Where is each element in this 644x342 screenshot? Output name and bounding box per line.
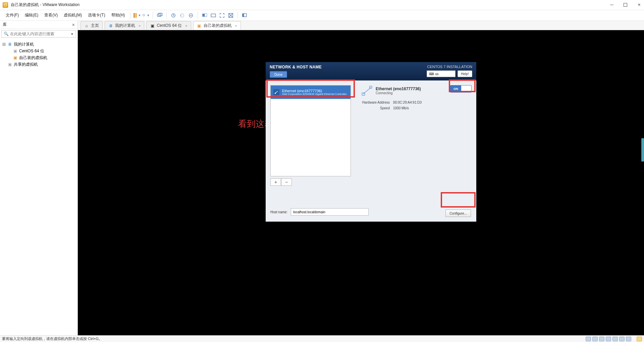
menu-edit[interactable]: 编辑(E)	[22, 11, 41, 19]
device-desc: Intel Corporation 82545EM Gigabit Ethern…	[282, 93, 347, 96]
menu-help[interactable]: 帮助(H)	[109, 11, 127, 19]
window-close-button[interactable]	[637, 3, 641, 7]
svg-rect-2	[159, 13, 162, 16]
chevron-down-icon[interactable]: ▼	[70, 32, 74, 36]
view-console-icon[interactable]	[201, 12, 208, 19]
device-tray	[586, 337, 642, 341]
speed-value: 1000 Mb/s	[393, 106, 472, 110]
send-ctrl-alt-del-icon[interactable]	[156, 12, 163, 19]
svg-rect-12	[275, 93, 276, 94]
add-device-button[interactable]: +	[270, 178, 281, 186]
toggle-on-label: ON	[450, 86, 461, 92]
library-search[interactable]: 🔍 ▼	[1, 30, 76, 38]
device-name: Ethernet (eno16777736)	[282, 89, 347, 93]
tree-my-computer[interactable]: ⊟🖥 我的计算机	[1, 41, 76, 48]
tray-hdd-icon[interactable]	[586, 337, 591, 341]
menu-vm[interactable]: 虚拟机(M)	[61, 11, 84, 19]
svg-rect-7	[205, 13, 207, 16]
tab-close-icon[interactable]: ×	[139, 24, 141, 28]
view-unity-icon[interactable]	[227, 12, 234, 19]
speed-label: Speed	[362, 106, 393, 110]
detail-status: Connecting	[376, 91, 421, 95]
remove-device-button[interactable]: −	[281, 178, 292, 186]
keyboard-layout-selector[interactable]: ⌨ us	[427, 70, 455, 77]
tree-centos[interactable]: ▣ CentOS 64 位	[1, 48, 76, 54]
ethernet-large-icon	[362, 85, 372, 96]
detail-device-name: Ethernet (eno16777736)	[376, 87, 421, 91]
tab-label: 自己装的虚拟机	[204, 23, 232, 28]
menu-bar: 文件(F) 编辑(E) 查看(V) 虚拟机(M) 选项卡(T) 帮助(H) ▼ …	[0, 10, 644, 21]
shared-icon: ▣	[7, 62, 12, 67]
tab-strip: ⌂ 主页 🖥 我的计算机 × ▣ CentOS 64 位 × ▣ 自己装的虚拟机…	[78, 21, 644, 30]
network-device-list[interactable]: Ethernet (eno16777736) Intel Corporation…	[270, 85, 351, 176]
library-search-input[interactable]	[10, 32, 69, 36]
ethernet-icon	[273, 89, 279, 95]
window-title: 自己装的虚拟机 - VMware Workstation	[11, 2, 79, 8]
tab-label: CentOS 64 位	[157, 23, 182, 28]
view-stretch-icon[interactable]	[210, 12, 217, 19]
library-tree: ⊟🖥 我的计算机 ▣ CentOS 64 位 ▣ 自己装的虚拟机 ▣ 共享的虚拟…	[0, 39, 77, 70]
svg-rect-11	[243, 13, 244, 16]
vm-console[interactable]: 看到这表示网卡配置好了 NETWORK & HOST NAME Done CEN…	[78, 30, 644, 335]
vm-icon: ▣	[150, 23, 155, 28]
tray-message-icon[interactable]	[637, 337, 642, 341]
tray-display-icon[interactable]	[626, 337, 631, 341]
power-dropdown[interactable]: ▼	[142, 12, 150, 19]
tray-usb-icon[interactable]	[606, 337, 611, 341]
help-button[interactable]: Help!	[458, 70, 472, 77]
installer-title: NETWORK & HOST NAME	[270, 65, 322, 69]
tray-sound-icon[interactable]	[612, 337, 618, 341]
tree-self-vm[interactable]: ▣ 自己装的虚拟机	[1, 54, 76, 61]
library-close-button[interactable]: ×	[72, 22, 75, 27]
tab-self-vm[interactable]: ▣ 自己装的虚拟机 ×	[193, 21, 241, 30]
search-icon: 🔍	[4, 32, 9, 36]
status-bar: 要将输入定向到该虚拟机，请在虚拟机内部单击或按 Ctrl+G。	[0, 335, 644, 342]
network-device-item[interactable]: Ethernet (eno16777736) Intel Corporation…	[271, 86, 351, 99]
keyboard-layout-label: us	[435, 72, 439, 76]
menu-view[interactable]: 查看(V)	[42, 11, 60, 19]
done-button[interactable]: Done	[270, 71, 287, 78]
vm-running-icon: ▣	[12, 55, 18, 60]
snapshot-take-icon[interactable]	[170, 12, 177, 19]
tab-close-icon[interactable]: ×	[235, 24, 237, 28]
window-minimize-button[interactable]	[609, 3, 614, 7]
hw-address-value: 00:0C:29:A4:91:D3	[393, 101, 472, 104]
network-detail-panel: Ethernet (eno16777736) Connecting ON Har…	[362, 85, 472, 217]
title-bar: 自己装的虚拟机 - VMware Workstation	[0, 0, 644, 10]
computer-icon: 🖥	[7, 42, 12, 47]
view-library-icon[interactable]	[241, 12, 248, 19]
tab-home[interactable]: ⌂ 主页	[80, 21, 103, 30]
menu-tabs[interactable]: 选项卡(T)	[86, 11, 107, 19]
installer-header: NETWORK & HOST NAME Done CENTOS 7 INSTAL…	[266, 62, 476, 80]
tab-my-computer[interactable]: 🖥 我的计算机 ×	[105, 21, 144, 30]
svg-point-0	[143, 14, 145, 16]
home-icon: ⌂	[84, 23, 89, 28]
network-toggle[interactable]: ON	[450, 85, 472, 93]
scroll-indicator[interactable]	[641, 138, 644, 162]
menu-file[interactable]: 文件(F)	[3, 11, 21, 19]
vm-running-icon: ▣	[197, 23, 202, 28]
tray-cd-icon[interactable]	[592, 337, 598, 341]
app-icon	[3, 2, 8, 8]
configure-button[interactable]: Configure...	[445, 210, 471, 217]
hostname-input[interactable]	[291, 208, 369, 216]
status-text: 要将输入定向到该虚拟机，请在虚拟机内部单击或按 Ctrl+G。	[2, 336, 102, 341]
pause-button[interactable]: ▼	[133, 12, 141, 19]
window-maximize-button[interactable]	[624, 3, 627, 7]
view-fullscreen-icon[interactable]	[218, 12, 226, 19]
installer-brand: CENTOS 7 INSTALLATION	[427, 65, 472, 69]
tray-printer-icon[interactable]	[619, 337, 625, 341]
library-heading: 库	[3, 22, 7, 27]
tree-shared[interactable]: ▣ 共享的虚拟机	[1, 61, 76, 68]
snapshot-manager-icon[interactable]	[187, 12, 195, 19]
vm-icon: ▣	[12, 49, 18, 53]
svg-rect-8	[211, 14, 216, 17]
main-area: ⌂ 主页 🖥 我的计算机 × ▣ CentOS 64 位 × ▣ 自己装的虚拟机…	[78, 21, 644, 335]
tray-net-icon[interactable]	[599, 337, 604, 341]
tree-label: CentOS 64 位	[19, 48, 44, 54]
installer-window: NETWORK & HOST NAME Done CENTOS 7 INSTAL…	[266, 62, 476, 222]
tab-close-icon[interactable]: ×	[185, 24, 187, 28]
snapshot-revert-icon[interactable]	[178, 12, 186, 19]
tree-label: 自己装的虚拟机	[19, 55, 47, 61]
tab-centos[interactable]: ▣ CentOS 64 位 ×	[146, 21, 191, 30]
